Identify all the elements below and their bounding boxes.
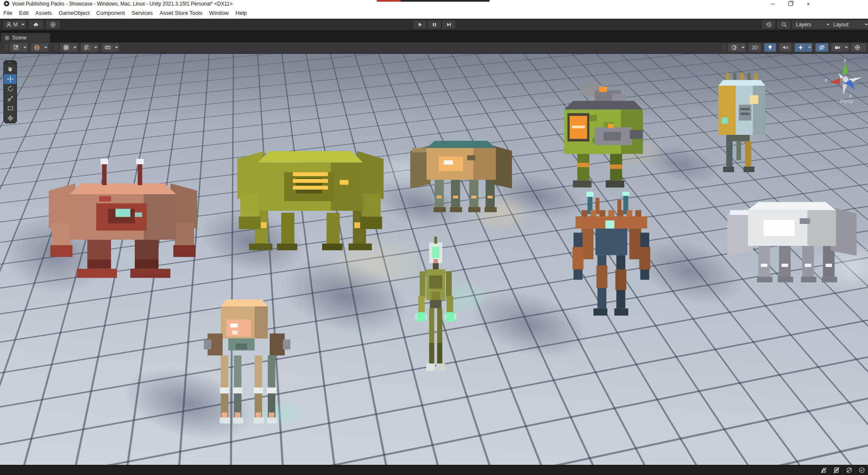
move-tool-button[interactable] — [4, 74, 17, 84]
move-icon — [7, 75, 14, 83]
projection-label[interactable]: ‹Persp — [823, 98, 867, 104]
projection-mode-text: Persp — [840, 98, 853, 104]
tab-scene-label: Scene — [12, 35, 27, 41]
grid-snapping-button[interactable] — [81, 43, 98, 52]
scene-visibility-toggle[interactable] — [815, 43, 828, 52]
tool-handle-position-button[interactable] — [10, 43, 28, 52]
cloud-icon — [33, 21, 39, 28]
snap-increment-button[interactable] — [102, 43, 119, 52]
menu-item-edit[interactable]: Edit — [16, 8, 32, 19]
overlay-drag-handle[interactable] — [4, 61, 17, 64]
scene-audio-toggle[interactable] — [779, 43, 791, 52]
menu-item-file[interactable]: File — [0, 8, 16, 19]
camera-icon — [834, 44, 841, 51]
menu-item-asset-store-tools[interactable]: Asset Store Tools — [156, 8, 206, 19]
chevron-down-icon — [808, 47, 811, 48]
voxel-robot-red-mech[interactable] — [49, 156, 197, 283]
play-button[interactable] — [413, 20, 426, 29]
account-icon — [6, 21, 12, 28]
voxel-robot-green-slim-bot[interactable] — [399, 232, 472, 376]
view-tool-button[interactable] — [4, 64, 17, 74]
mode-2d-label: 2D — [752, 45, 758, 50]
step-icon — [445, 21, 452, 28]
tool-handle-rotation-button[interactable] — [31, 43, 48, 52]
axis-z-label: z — [849, 93, 852, 98]
status-bar — [0, 465, 868, 475]
pause-button[interactable] — [428, 20, 441, 29]
transform-tool-button[interactable] — [4, 113, 17, 123]
scene-camera-button[interactable] — [832, 43, 849, 52]
gizmo-hub[interactable] — [843, 77, 849, 82]
menu-item-help[interactable]: Help — [232, 8, 250, 19]
tools-overlay — [3, 60, 17, 123]
minimize-button[interactable] — [765, 0, 780, 8]
restore-button[interactable] — [783, 0, 798, 8]
restore-icon — [788, 2, 793, 6]
overlay-grip-handle[interactable] — [723, 45, 726, 50]
rotate-tool-button[interactable] — [4, 84, 17, 94]
chevron-down-icon — [115, 47, 118, 48]
voxel-robot-teal-tall-bot[interactable] — [703, 73, 781, 184]
debugger-disabled-icon[interactable] — [820, 467, 827, 474]
axis-x-label: x — [825, 77, 827, 82]
menu-item-window[interactable]: Window — [206, 8, 232, 19]
scene-lighting-toggle[interactable] — [764, 43, 776, 52]
voxel-robot-yellow-mech[interactable] — [237, 122, 384, 257]
menu-item-services[interactable]: Services — [128, 8, 156, 19]
overlay-grip-handle[interactable] — [5, 45, 8, 50]
shaded-sphere-icon — [731, 44, 737, 51]
pivot-icon — [13, 44, 19, 51]
overlay-grip-handle[interactable] — [55, 45, 58, 50]
audio-muted-icon — [782, 44, 789, 51]
grid-visibility-button[interactable] — [60, 43, 78, 52]
version-control-button[interactable] — [46, 20, 60, 29]
voxel-robot-green-box-mech[interactable] — [549, 83, 658, 207]
step-button[interactable] — [442, 20, 455, 29]
voxel-robot-tan-walker[interactable] — [410, 126, 512, 227]
chevron-down-icon — [73, 47, 77, 48]
cache-server-disabled-icon[interactable] — [833, 467, 840, 474]
tab-scene[interactable]: Scene — [1, 33, 50, 42]
undo-history-button[interactable] — [762, 20, 775, 29]
progress-check-icon[interactable] — [858, 467, 865, 474]
voxel-robot-rust-mech[interactable] — [562, 192, 661, 335]
minimize-icon — [771, 4, 775, 4]
menu-item-component[interactable]: Component — [93, 8, 128, 19]
voxel-robot-white-mech[interactable] — [727, 186, 857, 299]
network-disabled-icon[interactable] — [846, 467, 853, 474]
hand-icon — [7, 66, 14, 73]
cloud-button[interactable] — [29, 20, 43, 29]
rect-tool-button[interactable] — [4, 103, 17, 113]
chevron-down-icon — [94, 47, 97, 48]
gizmos-button[interactable] — [851, 43, 866, 52]
close-button[interactable]: × — [801, 0, 815, 8]
menu-item-assets[interactable]: Assets — [32, 8, 55, 19]
voxel-robot-tan-quad-bot[interactable] — [200, 293, 294, 433]
account-button[interactable]: M — [3, 20, 26, 29]
scene-view-toolbar: 2D — [0, 42, 868, 54]
effects-icon — [797, 44, 804, 51]
search-icon — [781, 21, 787, 28]
dock-tabstrip: Scene — [0, 31, 868, 42]
layers-dropdown[interactable]: Layers — [792, 20, 832, 29]
account-initial: M — [14, 22, 18, 28]
search-button[interactable] — [777, 20, 790, 29]
layout-label: Layout — [833, 22, 862, 28]
axis-neg-y-cone[interactable] — [843, 84, 847, 95]
layout-dropdown[interactable]: Layout — [829, 20, 868, 29]
version-control-icon — [50, 21, 56, 28]
menu-item-gameobject[interactable]: GameObject — [55, 8, 93, 19]
rect-icon — [7, 105, 14, 112]
orientation-gizmo[interactable]: y x z — [823, 58, 867, 98]
scale-tool-button[interactable] — [4, 94, 17, 103]
mode-2d-button[interactable]: 2D — [749, 43, 761, 52]
axis-y-cone[interactable] — [842, 63, 849, 74]
axis-y-label: y — [844, 58, 846, 62]
scene-viewport[interactable]: y x z ‹Persp — [0, 53, 868, 465]
scene-effects-button[interactable] — [795, 43, 812, 52]
ruler-icon — [104, 44, 111, 51]
shading-mode-button[interactable] — [728, 43, 746, 52]
axis-x-cone[interactable] — [829, 78, 840, 84]
undo-history-icon — [765, 21, 772, 28]
axis-neg-z-cone[interactable] — [838, 73, 843, 79]
